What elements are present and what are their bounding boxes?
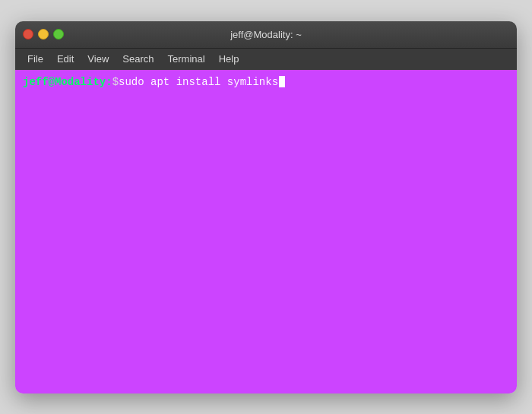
terminal-cursor [279, 76, 285, 87]
terminal-window: jeff@Modality: ~ File Edit View Search T… [15, 21, 517, 393]
minimize-button[interactable] [38, 29, 49, 40]
titlebar: jeff@Modality: ~ [15, 21, 517, 49]
menu-file[interactable]: File [21, 51, 49, 67]
menu-edit[interactable]: Edit [51, 51, 80, 67]
terminal-line: jeff@Modality: $ sudo apt install symlin… [23, 76, 509, 88]
terminal-body[interactable]: jeff@Modality: $ sudo apt install symlin… [15, 70, 517, 393]
prompt-symbol: $ [112, 76, 119, 88]
menu-help[interactable]: Help [213, 51, 245, 67]
menu-terminal[interactable]: Terminal [162, 51, 211, 67]
maximize-button[interactable] [53, 29, 64, 40]
menu-view[interactable]: View [81, 51, 115, 67]
prompt-user: jeff@Modality: [23, 76, 112, 88]
close-button[interactable] [23, 29, 33, 40]
menu-search[interactable]: Search [116, 51, 160, 67]
terminal-command: sudo apt install symlinks [119, 76, 278, 88]
window-buttons [15, 29, 64, 40]
window-title: jeff@Modality: ~ [230, 29, 302, 40]
menubar: File Edit View Search Terminal Help [15, 49, 517, 70]
